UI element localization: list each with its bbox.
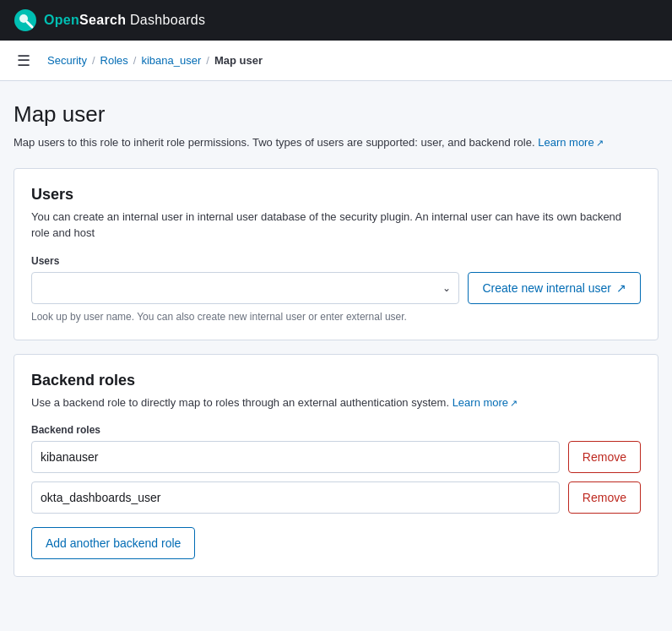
menu-button[interactable]: ☰ xyxy=(14,48,34,73)
main-content: Map user Map users to this role to inher… xyxy=(0,81,672,611)
breadcrumb-security[interactable]: Security xyxy=(47,54,87,67)
breadcrumb-map-user: Map user xyxy=(214,54,263,67)
backend-roles-title: Backend roles xyxy=(31,372,641,389)
users-select-wrapper: ⌄ xyxy=(31,272,459,304)
breadcrumb-sep-3: / xyxy=(206,54,209,67)
backend-roles-learn-more-link[interactable]: Learn more↗ xyxy=(453,396,518,409)
backend-roles-field-label: Backend roles xyxy=(31,424,641,436)
page-title: Map user xyxy=(14,101,658,128)
users-panel-title: Users xyxy=(31,186,641,204)
breadcrumb-sep-1: / xyxy=(92,54,95,67)
users-input-row: ⌄ Create new internal user ↗ xyxy=(31,272,641,304)
backend-roles-description: Use a backend role to directly map to ro… xyxy=(31,394,641,411)
breadcrumb-kibana-user[interactable]: kibana_user xyxy=(141,54,201,67)
breadcrumb: Security / Roles / kibana_user / Map use… xyxy=(47,54,263,67)
users-panel: Users You can create an internal user in… xyxy=(14,168,658,340)
breadcrumb-sep-2: / xyxy=(133,54,137,67)
external-link-icon-2: ↗ xyxy=(510,396,518,411)
app-header: OpenSearch Dashboards xyxy=(0,0,672,41)
breadcrumb-roles[interactable]: Roles xyxy=(100,54,128,67)
backend-role-row-0: Remove xyxy=(31,441,641,473)
backend-role-input-0[interactable] xyxy=(31,441,560,473)
add-backend-role-button[interactable]: Add another backend role xyxy=(31,527,195,559)
external-link-icon: ↗ xyxy=(596,136,604,150)
navbar: ☰ Security / Roles / kibana_user / Map u… xyxy=(0,41,672,81)
users-panel-description: You can create an internal user in inter… xyxy=(31,209,641,242)
backend-role-input-1[interactable] xyxy=(31,481,560,514)
users-field-label: Users xyxy=(31,255,641,267)
backend-roles-panel: Backend roles Use a backend role to dire… xyxy=(14,354,658,578)
logo xyxy=(14,8,37,32)
remove-backend-role-button-0[interactable]: Remove xyxy=(568,441,641,473)
learn-more-link[interactable]: Learn more↗ xyxy=(538,136,603,149)
external-link-icon: ↗ xyxy=(616,281,626,295)
page-description: Map users to this role to inherit role p… xyxy=(14,134,658,151)
remove-backend-role-button-1[interactable]: Remove xyxy=(568,481,641,514)
create-internal-user-button[interactable]: Create new internal user ↗ xyxy=(468,272,641,304)
backend-role-row-1: Remove xyxy=(31,481,641,514)
users-select[interactable] xyxy=(31,272,459,304)
users-field-hint: Look up by user name. You can also creat… xyxy=(31,311,641,323)
app-title: OpenSearch Dashboards xyxy=(44,13,205,28)
